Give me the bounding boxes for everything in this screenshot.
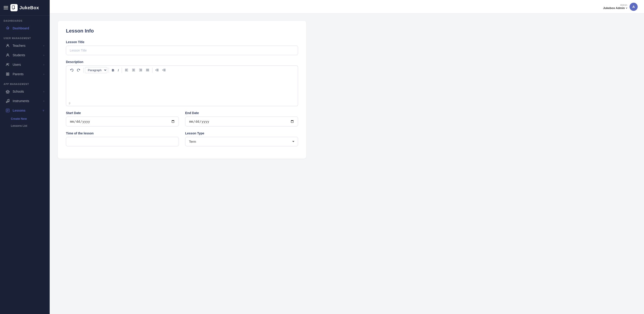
- section-user-management: USER MANAGEMENT: [0, 33, 50, 41]
- indent-button[interactable]: [161, 67, 167, 73]
- editor-toolbar: Paragraph Heading 1 Heading 2 B I: [66, 66, 298, 75]
- logo-icon: [10, 4, 18, 11]
- logo-area: JukeBox: [10, 4, 39, 11]
- teachers-icon: [6, 43, 10, 48]
- schools-chevron: ›: [43, 90, 44, 93]
- lessons-chevron: ∨: [42, 109, 44, 112]
- toolbar-divider-1: [83, 68, 84, 73]
- sidebar: JukeBox DASHBOARDS Dashboard USER MANAGE…: [0, 0, 50, 314]
- sidebar-sub-lessons-list[interactable]: Lessons List: [0, 122, 50, 129]
- user-info[interactable]: Admin Jukebox Admin ∨ A: [603, 3, 638, 11]
- svg-rect-13: [8, 74, 9, 76]
- schools-icon: [6, 89, 10, 94]
- undo-button[interactable]: [68, 67, 75, 73]
- user-name: Jukebox Admin ∨: [603, 6, 627, 10]
- sidebar-item-dashboard[interactable]: Dashboard: [2, 24, 48, 33]
- dashboard-icon: [6, 26, 10, 31]
- end-date-group: End Date: [185, 111, 298, 127]
- align-justify-button[interactable]: [144, 67, 151, 73]
- schools-label: Schools: [13, 90, 24, 93]
- hamburger-menu[interactable]: [4, 6, 8, 9]
- time-input[interactable]: [66, 137, 179, 146]
- svg-point-8: [7, 64, 8, 65]
- align-left-button[interactable]: [123, 67, 130, 73]
- align-right-button[interactable]: [137, 67, 144, 73]
- start-date-label: Start Date: [66, 111, 179, 115]
- svg-point-16: [6, 102, 8, 103]
- parents-chevron: ›: [43, 73, 44, 76]
- dashboard-label: Dashboard: [13, 27, 29, 30]
- lesson-type-group: Lesson Type Term Casual Trial: [185, 131, 298, 146]
- lessons-icon: [6, 108, 10, 113]
- description-label: Description: [66, 60, 298, 64]
- users-label: Users: [13, 63, 21, 66]
- outdent-button[interactable]: [154, 67, 160, 73]
- description-editor[interactable]: p: [66, 75, 298, 106]
- sidebar-item-users[interactable]: Users ›: [2, 60, 48, 69]
- topbar: Admin Jukebox Admin ∨ A: [50, 0, 644, 14]
- users-chevron: ›: [43, 63, 44, 66]
- lesson-type-select[interactable]: Term Casual Trial: [185, 137, 298, 146]
- students-icon: [6, 53, 10, 57]
- italic-button[interactable]: I: [116, 67, 120, 73]
- toolbar-divider-2: [108, 68, 109, 73]
- lessons-label: Lessons: [13, 109, 26, 112]
- sidebar-item-schools[interactable]: Schools ›: [2, 87, 48, 96]
- time-group: Time of the lesson: [66, 131, 179, 146]
- lesson-type-label: Lesson Type: [185, 131, 298, 135]
- end-date-input[interactable]: [185, 117, 298, 127]
- svg-point-7: [7, 54, 8, 55]
- svg-rect-4: [7, 28, 8, 29]
- user-role: Admin: [620, 4, 627, 6]
- instruments-chevron: ›: [43, 100, 44, 102]
- lesson-form-card: Lesson Info Lesson Title Description: [58, 21, 306, 159]
- sidebar-item-lessons[interactable]: Lessons ∨: [2, 106, 48, 115]
- user-dropdown-arrow: ∨: [626, 7, 627, 9]
- bold-button[interactable]: B: [110, 67, 116, 73]
- svg-rect-11: [8, 73, 9, 74]
- sidebar-item-teachers[interactable]: Teachers ›: [2, 41, 48, 50]
- time-type-row: Time of the lesson Lesson Type Term Casu…: [66, 131, 298, 151]
- sidebar-item-students[interactable]: Students ›: [2, 51, 48, 60]
- instruments-label: Instruments: [13, 99, 29, 103]
- toolbar-divider-3: [122, 68, 122, 73]
- end-date-label: End Date: [185, 111, 298, 115]
- students-chevron: ›: [43, 54, 44, 57]
- content-area: Lesson Info Lesson Title Description: [50, 14, 644, 314]
- parents-label: Parents: [13, 72, 24, 76]
- students-label: Students: [13, 53, 25, 57]
- sidebar-sub-create-new[interactable]: Create New: [0, 115, 50, 122]
- sidebar-item-parents[interactable]: Parents ›: [2, 70, 48, 79]
- svg-rect-10: [6, 73, 8, 74]
- user-details: Admin Jukebox Admin ∨: [603, 4, 627, 10]
- lesson-title-label: Lesson Title: [66, 40, 298, 44]
- lesson-title-input[interactable]: [66, 46, 298, 55]
- instruments-icon: [6, 99, 10, 103]
- align-center-button[interactable]: [130, 67, 137, 73]
- page-title: Lesson Info: [66, 28, 298, 34]
- avatar: A: [630, 3, 638, 11]
- users-icon: [6, 62, 10, 67]
- app-name: JukeBox: [20, 5, 39, 11]
- lesson-title-group: Lesson Title: [66, 40, 298, 55]
- paragraph-select[interactable]: Paragraph Heading 1 Heading 2: [85, 67, 107, 73]
- parents-icon: [6, 72, 10, 76]
- redo-button[interactable]: [76, 67, 82, 73]
- start-date-group: Start Date: [66, 111, 179, 127]
- start-date-input[interactable]: [66, 117, 179, 127]
- svg-point-1: [13, 9, 14, 10]
- section-app-management: APP MANAGEMENT: [0, 79, 50, 87]
- date-row: Start Date End Date: [66, 111, 298, 131]
- teachers-chevron: ›: [43, 44, 44, 47]
- main-area: Admin Jukebox Admin ∨ A Lesson Info Less…: [50, 0, 644, 314]
- editor-footer-tag: p: [69, 101, 70, 105]
- svg-rect-12: [6, 74, 8, 76]
- svg-point-17: [8, 101, 9, 102]
- svg-point-9: [8, 63, 9, 64]
- teachers-label: Teachers: [13, 44, 26, 48]
- section-dashboards: DASHBOARDS: [0, 16, 50, 24]
- toolbar-divider-4: [152, 68, 152, 73]
- time-label: Time of the lesson: [66, 131, 179, 135]
- svg-point-2: [14, 8, 15, 9]
- sidebar-item-instruments[interactable]: Instruments ›: [2, 97, 48, 106]
